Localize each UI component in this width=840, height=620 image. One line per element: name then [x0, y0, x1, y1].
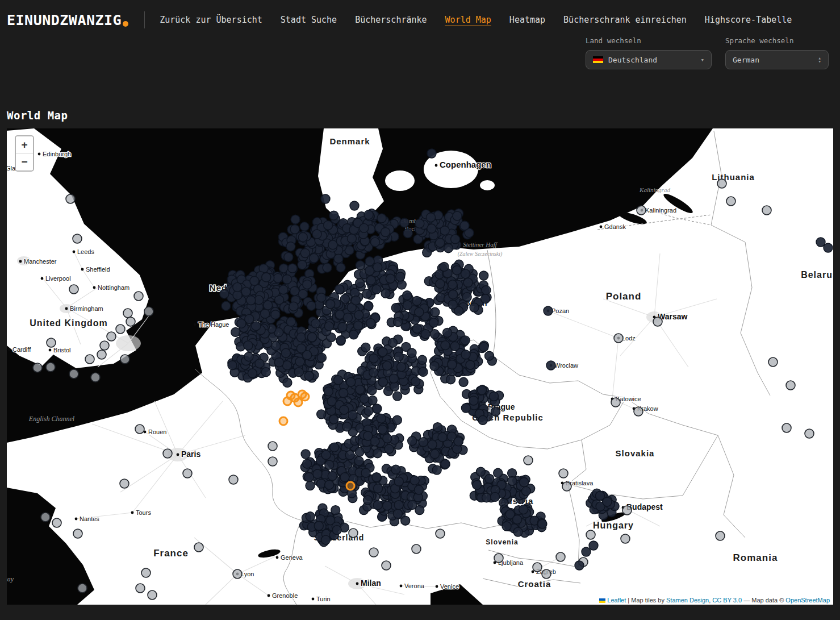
- bookcase-marker[interactable]: [412, 544, 421, 554]
- bookcase-marker[interactable]: [365, 267, 374, 276]
- bookcase-marker[interactable]: [107, 332, 116, 341]
- nav-link[interactable]: Heatmap: [509, 15, 545, 25]
- nav-link[interactable]: Bücherschränke: [355, 15, 427, 25]
- bookcase-marker[interactable]: [373, 404, 382, 413]
- bookcase-marker[interactable]: [356, 261, 365, 270]
- bookcase-marker[interactable]: [479, 343, 488, 352]
- bookcase-marker[interactable]: [407, 348, 416, 357]
- bookcase-marker[interactable]: [454, 437, 463, 446]
- bookcase-marker[interactable]: [589, 541, 598, 550]
- bookcase-marker[interactable]: [148, 590, 157, 600]
- bookcase-marker[interactable]: [290, 225, 299, 234]
- bookcase-marker[interactable]: [296, 333, 306, 342]
- bookcase-marker[interactable]: [291, 215, 300, 224]
- bookcase-marker[interactable]: [325, 460, 334, 469]
- bookcase-marker[interactable]: [513, 527, 523, 536]
- bookcase-marker[interactable]: [301, 450, 310, 459]
- bookcase-marker[interactable]: [440, 262, 449, 271]
- bookcase-marker[interactable]: [431, 450, 440, 459]
- bookcase-marker[interactable]: [390, 382, 399, 391]
- bookcase-marker[interactable]: [282, 275, 291, 284]
- bookcase-marker[interactable]: [575, 561, 584, 570]
- bookcase-marker[interactable]: [653, 317, 662, 326]
- bookcase-marker[interactable]: [394, 501, 403, 510]
- bookcase-marker[interactable]: [415, 219, 424, 228]
- bookcase-marker[interactable]: [622, 506, 632, 515]
- bookcase-marker[interactable]: [586, 530, 595, 539]
- bookcase-marker[interactable]: [762, 206, 771, 215]
- bookcase-marker[interactable]: [768, 357, 778, 367]
- bookcase-marker[interactable]: [136, 584, 145, 593]
- bookcase-marker[interactable]: [363, 496, 373, 505]
- bookcase-marker[interactable]: [325, 480, 334, 489]
- bookcase-marker[interactable]: [354, 456, 363, 465]
- bookcase-marker[interactable]: [303, 459, 312, 468]
- bookcase-marker[interactable]: [46, 363, 55, 372]
- bookcase-marker[interactable]: [403, 291, 412, 300]
- bookcase-marker[interactable]: [123, 309, 132, 318]
- bookcase-marker[interactable]: [477, 386, 486, 395]
- bookcase-marker[interactable]: [163, 449, 172, 458]
- bookcase-marker[interactable]: [366, 318, 375, 327]
- bookcase-marker[interactable]: [368, 396, 377, 405]
- bookcase-marker[interactable]: [383, 501, 392, 510]
- bookcase-marker[interactable]: [478, 415, 487, 425]
- bookcase-marker[interactable]: [393, 392, 402, 401]
- bookcase-marker[interactable]: [252, 322, 261, 331]
- bookcase-marker[interactable]: [284, 252, 293, 261]
- bookcase-marker[interactable]: [427, 149, 436, 158]
- bookcase-marker[interactable]: [78, 584, 87, 593]
- bookcase-marker[interactable]: [461, 350, 470, 359]
- bookcase-marker[interactable]: [329, 211, 338, 220]
- bookcase-marker[interactable]: [85, 355, 94, 364]
- bookcase-marker[interactable]: [485, 475, 494, 484]
- bookcase-marker[interactable]: [614, 334, 623, 343]
- bookcase-marker[interactable]: [300, 222, 309, 231]
- bookcase-marker[interactable]: [436, 238, 445, 247]
- bookcase-marker[interactable]: [340, 405, 349, 414]
- bookcase-marker[interactable]: [100, 341, 109, 350]
- bookcase-marker[interactable]: [346, 377, 356, 386]
- bookcase-marker[interactable]: [326, 299, 335, 309]
- bookcase-marker[interactable]: [338, 323, 347, 332]
- bookcase-marker[interactable]: [248, 369, 257, 378]
- bookcase-marker[interactable]: [328, 472, 337, 481]
- bookcase-marker[interactable]: [244, 341, 253, 350]
- bookcase-marker[interactable]: [462, 293, 471, 302]
- bookcase-marker[interactable]: [91, 373, 100, 382]
- bookcase-marker[interactable]: [307, 301, 316, 310]
- bookcase-marker[interactable]: [336, 336, 345, 345]
- bookcase-marker[interactable]: [430, 361, 439, 371]
- bookcase-marker[interactable]: [448, 300, 457, 309]
- bookcase-marker[interactable]: [508, 476, 517, 485]
- bookcase-marker[interactable]: [349, 529, 358, 538]
- bookcase-marker[interactable]: [246, 296, 256, 305]
- bookcase-marker[interactable]: [237, 319, 246, 328]
- bookcase-marker[interactable]: [340, 473, 349, 482]
- nav-link[interactable]: Zurück zur Übersicht: [160, 15, 262, 25]
- bookcase-marker[interactable]: [372, 285, 381, 294]
- bookcase-marker[interactable]: [66, 194, 75, 203]
- nav-link[interactable]: World Map: [445, 15, 491, 25]
- bookcase-marker[interactable]: [286, 242, 295, 251]
- bookcase-marker[interactable]: [386, 274, 395, 283]
- nav-link[interactable]: Bücherschrank einreichen: [563, 15, 687, 25]
- bookcase-marker[interactable]: [241, 287, 250, 296]
- bookcase-marker[interactable]: [453, 266, 462, 275]
- bookcase-marker[interactable]: [141, 568, 151, 577]
- bookcase-marker[interactable]: [476, 467, 485, 476]
- bookcase-marker[interactable]: [134, 292, 143, 301]
- bookcase-marker[interactable]: [330, 443, 339, 452]
- bookcase-marker[interactable]: [233, 569, 242, 579]
- bookcase-marker[interactable]: [377, 414, 386, 423]
- bookcase-marker[interactable]: [403, 229, 412, 238]
- bookcase-marker[interactable]: [183, 469, 192, 478]
- bookcase-marker[interactable]: [313, 469, 322, 478]
- bookcase-marker[interactable]: [438, 432, 447, 442]
- bookcase-marker[interactable]: [546, 361, 555, 370]
- bookcase-marker[interactable]: [268, 457, 277, 466]
- bookcase-marker[interactable]: [371, 238, 380, 247]
- bookcase-marker[interactable]: [448, 280, 457, 289]
- bookcase-marker[interactable]: [544, 306, 553, 315]
- stamen-link[interactable]: Stamen Design: [666, 597, 709, 604]
